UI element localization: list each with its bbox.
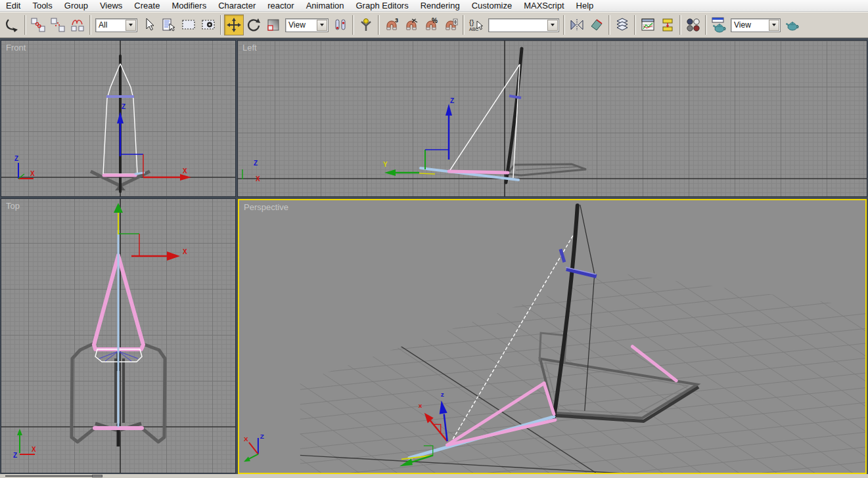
schematic-view-button[interactable] — [658, 14, 677, 35]
edit-named-selection-sets-button[interactable]: {} ABC — [467, 14, 486, 35]
svg-text:{}: {} — [469, 18, 474, 26]
use-pivot-point-center-button[interactable] — [331, 14, 350, 35]
window-crossing-icon — [200, 17, 216, 33]
toolbar-separator — [352, 15, 354, 35]
render-type-value: View — [731, 20, 769, 30]
reference-coordinate-system-dropdown[interactable]: View — [285, 18, 329, 32]
menu-create[interactable]: Create — [128, 0, 166, 11]
viewport-label-perspective[interactable]: Perspective — [244, 202, 288, 212]
quick-render-button[interactable] — [783, 14, 802, 35]
quick-render-icon — [785, 17, 800, 33]
reference-coordinate-system-value: View — [286, 20, 317, 30]
svg-text:Z: Z — [122, 103, 126, 110]
chevron-down-icon[interactable] — [769, 20, 779, 31]
toolbar-separator — [705, 15, 707, 35]
undo-button[interactable] — [3, 14, 22, 35]
snaps-toggle-button[interactable]: 3 — [382, 14, 401, 35]
toolbar-separator — [679, 15, 681, 35]
spinner-snap-toggle-button[interactable] — [441, 14, 461, 35]
svg-text:Z: Z — [14, 155, 18, 162]
material-editor-button[interactable] — [683, 14, 703, 35]
toolbar-separator — [89, 15, 91, 35]
menu-group[interactable]: Group — [58, 0, 94, 11]
menu-tools[interactable]: Tools — [26, 0, 58, 11]
menu-character[interactable]: Character — [212, 0, 262, 11]
viewport-perspective[interactable]: Perspective — [238, 199, 867, 474]
percent-snap-toggle-button[interactable]: % — [421, 14, 441, 35]
select-and-uniform-scale-button[interactable] — [263, 14, 283, 35]
menu-rendering[interactable]: Rendering — [415, 0, 466, 11]
left-hull — [507, 164, 586, 175]
front-transform-gizmo[interactable]: Z X — [117, 103, 191, 181]
svg-text:X: X — [244, 435, 248, 443]
viewport-front[interactable]: Front Z — [1, 41, 235, 196]
viewport-label-top[interactable]: Top — [6, 201, 20, 211]
select-by-name-button[interactable] — [159, 14, 179, 35]
bind-to-space-warp-button[interactable] — [68, 14, 87, 35]
time-slider-handle — [92, 475, 103, 477]
perspective-mast — [554, 206, 597, 418]
snaps-toggle-icon: 3 — [384, 17, 400, 33]
render-type-dropdown[interactable]: View — [731, 18, 781, 32]
render-scene-icon — [711, 17, 727, 33]
selection-filter-dropdown[interactable]: All — [95, 18, 137, 32]
undo-icon — [5, 17, 20, 33]
time-slider-edge — [5, 475, 92, 477]
select-object-button[interactable] — [139, 14, 159, 35]
select-and-rotate-button[interactable] — [244, 14, 263, 35]
menu-views[interactable]: Views — [94, 0, 128, 11]
viewport-label-left[interactable]: Left — [242, 43, 257, 53]
select-and-move-button[interactable] — [224, 14, 244, 35]
angle-snap-icon — [403, 17, 419, 33]
spinner-snap-icon — [443, 17, 459, 33]
menu-edit[interactable]: Edit — [0, 0, 26, 11]
menu-modifiers[interactable]: Modifiers — [166, 0, 212, 11]
curve-editor-button[interactable] — [638, 14, 658, 35]
layer-manager-button[interactable] — [612, 14, 632, 35]
select-and-rotate-icon — [246, 17, 262, 33]
chevron-down-icon[interactable] — [317, 20, 327, 31]
menu-help[interactable]: Help — [570, 0, 600, 11]
menu-reactor[interactable]: reactor — [262, 0, 300, 11]
viewport-top[interactable]: Top — [1, 199, 235, 473]
svg-text:X: X — [183, 248, 187, 255]
select-and-link-button[interactable] — [28, 14, 48, 35]
perspective-scene: x z Z X — [239, 200, 865, 473]
window-crossing-toggle-button[interactable] — [198, 14, 218, 35]
svg-text:X: X — [32, 446, 36, 453]
svg-text:z: z — [441, 391, 444, 398]
viewport-label-front[interactable]: Front — [6, 43, 26, 53]
left-transform-gizmo[interactable]: Z Y — [383, 97, 454, 176]
angle-snap-toggle-button[interactable] — [401, 14, 421, 35]
menu-maxscript[interactable]: MAXScript — [518, 0, 570, 11]
named-selection-set-dropdown[interactable] — [488, 18, 559, 32]
select-object-icon — [141, 17, 157, 33]
perspective-world-axis-tripod: Z X — [244, 433, 264, 462]
named-selection-sets-icon: {} ABC — [468, 17, 484, 33]
rectangular-selection-region-button[interactable] — [179, 14, 198, 35]
select-and-manipulate-button[interactable] — [356, 14, 376, 35]
menu-bar: Edit Tools Group Views Create Modifiers … — [0, 0, 868, 12]
viewport-left[interactable]: Left Z — [238, 41, 867, 196]
menu-animation[interactable]: Animation — [300, 0, 350, 11]
status-strip — [0, 474, 868, 478]
align-button[interactable] — [587, 14, 606, 35]
svg-text:x: x — [419, 402, 423, 409]
menu-graph-editors[interactable]: Graph Editors — [350, 0, 415, 11]
top-transform-gizmo[interactable]: X — [114, 203, 187, 261]
mirror-button[interactable] — [567, 14, 587, 35]
select-and-link-icon — [30, 17, 46, 33]
svg-text:Z: Z — [260, 433, 264, 440]
material-editor-icon — [685, 17, 701, 33]
mirror-icon — [569, 17, 585, 33]
unlink-selection-button[interactable] — [48, 14, 68, 35]
chevron-down-icon[interactable] — [547, 20, 558, 31]
unlink-selection-icon — [50, 17, 66, 33]
toolbar-separator — [220, 15, 222, 35]
select-and-move-icon — [226, 17, 242, 33]
chevron-down-icon[interactable] — [126, 20, 136, 31]
menu-customize[interactable]: Customize — [466, 0, 518, 11]
top-scene: X Z X — [1, 199, 235, 473]
render-scene-button[interactable] — [709, 14, 729, 35]
toolbar-separator — [634, 15, 636, 35]
